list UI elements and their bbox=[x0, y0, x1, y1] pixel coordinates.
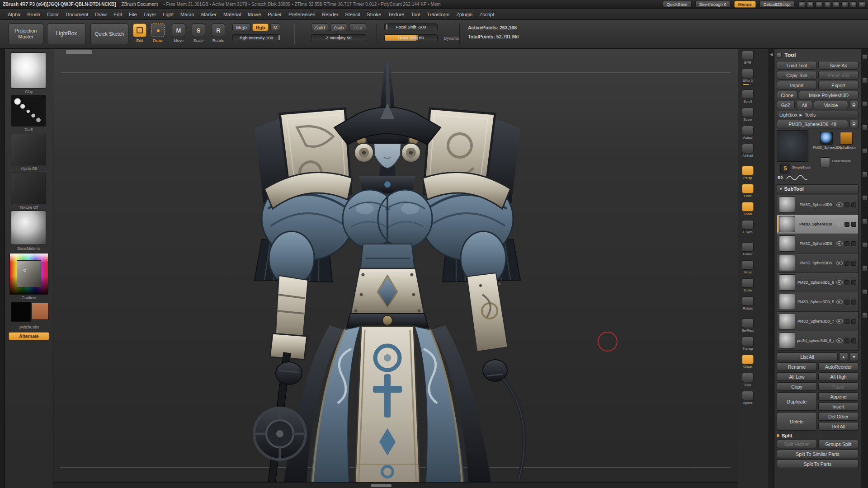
insert-button[interactable]: Insert bbox=[818, 402, 859, 411]
menu-item-draw[interactable]: Draw bbox=[92, 11, 110, 18]
menu-item-zplugin[interactable]: Zplugin bbox=[453, 11, 476, 18]
zsub-button[interactable]: Zsub bbox=[330, 23, 347, 31]
rename-icon[interactable] bbox=[851, 338, 856, 343]
doc-icon[interactable] bbox=[824, 1, 831, 7]
load-tool-button[interactable]: Load Tool bbox=[777, 61, 817, 70]
shelf-item-scroll[interactable]: Scroll bbox=[740, 89, 756, 103]
draw-size-slider[interactable]: Draw Size 89 bbox=[384, 34, 438, 41]
polypaint-icon[interactable] bbox=[844, 202, 849, 207]
tray-palette-icon[interactable] bbox=[862, 313, 868, 318]
polypaint-icon[interactable] bbox=[844, 338, 849, 343]
rename-icon[interactable] bbox=[851, 261, 856, 266]
all-high-button[interactable]: All High bbox=[818, 372, 859, 381]
rename-icon[interactable] bbox=[851, 202, 856, 207]
secondary-color-swatch[interactable] bbox=[32, 303, 49, 320]
spix-slider[interactable] bbox=[742, 84, 753, 85]
shelf-item-floor[interactable]: Floor bbox=[740, 184, 756, 198]
left-tray-strip[interactable] bbox=[0, 49, 5, 488]
shelf-item-local[interactable]: Local bbox=[740, 202, 756, 216]
split-similar-parts-button[interactable]: Split To Similar Parts bbox=[777, 450, 859, 458]
shelf-item-selrect[interactable]: SelRect bbox=[740, 319, 756, 333]
menu-item-preferences[interactable]: Preferences bbox=[285, 11, 318, 18]
tool-palette-header[interactable]: Tool bbox=[777, 51, 859, 60]
rename-icon[interactable] bbox=[851, 222, 856, 227]
polypaint-icon[interactable] bbox=[844, 300, 849, 305]
scale-gizmo-button[interactable]: S bbox=[192, 23, 205, 37]
rename-icon[interactable] bbox=[851, 241, 856, 246]
menu-item-document[interactable]: Document bbox=[62, 11, 91, 18]
tray-palette-icon[interactable] bbox=[862, 172, 868, 177]
shelf-item-frame[interactable]: Frame bbox=[740, 242, 756, 256]
rgb-button[interactable]: Rgb bbox=[252, 23, 269, 31]
doc-icon[interactable] bbox=[807, 1, 814, 7]
subtool-row[interactable]: PM3D_Sphere3D5 bbox=[777, 253, 858, 273]
color-picker[interactable] bbox=[9, 253, 48, 295]
recent-tool-alphabrush[interactable] bbox=[840, 132, 853, 145]
doc-icon[interactable] bbox=[833, 1, 840, 7]
polypaint-icon[interactable] bbox=[844, 261, 849, 266]
split-to-parts-button[interactable]: Split To Parts bbox=[777, 460, 859, 468]
split-section-header[interactable]: Split bbox=[777, 433, 859, 438]
menu-item-picker[interactable]: Picker bbox=[264, 11, 285, 18]
doc-icon[interactable] bbox=[850, 1, 857, 7]
alternate-button[interactable]: Alternate bbox=[9, 332, 49, 340]
polypaint-icon[interactable] bbox=[844, 222, 849, 227]
menu-item-alpha[interactable]: Alpha bbox=[5, 11, 24, 18]
z-intensity-slider[interactable]: Z Intensity 50 bbox=[311, 34, 366, 41]
tray-palette-icon[interactable] bbox=[862, 78, 868, 83]
shelf-item-scale[interactable]: Scale bbox=[740, 278, 756, 292]
mrgb-button[interactable]: Mrgb bbox=[232, 23, 250, 31]
groups-split-button[interactable]: Groups Split bbox=[818, 440, 859, 448]
delete-button[interactable]: Delete bbox=[777, 412, 817, 431]
active-tool-thumbnail[interactable] bbox=[777, 130, 808, 162]
recent-tool-eraserbrush[interactable] bbox=[820, 157, 830, 167]
doc-icon[interactable] bbox=[859, 1, 865, 7]
zadd-button[interactable]: Zadd bbox=[311, 23, 328, 31]
menu-item-layer[interactable]: Layer bbox=[141, 11, 160, 18]
polypaint-icon[interactable] bbox=[844, 319, 849, 324]
tray-palette-icon[interactable] bbox=[862, 242, 868, 248]
import-button[interactable]: Import bbox=[777, 81, 817, 89]
subtool-row[interactable]: PM3D_Sphere3D0_5 bbox=[777, 292, 858, 312]
goz-visible-button[interactable]: Visible bbox=[814, 101, 848, 109]
visibility-eye-icon[interactable] bbox=[836, 300, 843, 304]
shelf-item-actual[interactable]: Actual bbox=[740, 126, 756, 140]
doc-icon[interactable] bbox=[816, 1, 822, 7]
menu-item-stroke[interactable]: Stroke bbox=[363, 11, 384, 18]
duplicate-button[interactable]: Duplicate bbox=[777, 392, 817, 411]
subtool-row[interactable]: PM3D_Sphere3D0_7 bbox=[777, 312, 858, 331]
focal-shift-slider[interactable]: Focal Shift -100 bbox=[384, 23, 438, 30]
menu-item-transform[interactable]: Transform bbox=[424, 11, 453, 18]
panel-divider[interactable]: ◀ bbox=[769, 49, 774, 488]
autoreorder-button[interactable]: AutoReorder bbox=[818, 362, 859, 371]
visibility-eye-icon[interactable] bbox=[836, 241, 843, 246]
subtool-section-header[interactable]: ▾ SubTool bbox=[777, 184, 859, 193]
visibility-eye-icon[interactable] bbox=[836, 202, 843, 207]
subtool-row-selected[interactable]: PM3D_Sphere3D8 bbox=[777, 215, 858, 234]
visibility-eye-icon[interactable] bbox=[836, 261, 843, 265]
main-color-swatch[interactable] bbox=[11, 302, 31, 322]
shelf-item-rotate[interactable]: Rotate bbox=[740, 296, 756, 310]
copy-tool-button[interactable]: Copy Tool bbox=[777, 71, 817, 80]
menu-item-macro[interactable]: Macro bbox=[177, 11, 198, 18]
canvas-horizontal-scrollbar[interactable] bbox=[53, 482, 738, 488]
split-hidden-button[interactable]: Split Hidden bbox=[777, 440, 817, 448]
palette-dock-icon[interactable] bbox=[777, 53, 782, 58]
m-button[interactable]: M bbox=[270, 23, 280, 31]
polypaint-icon[interactable] bbox=[844, 241, 849, 246]
current-tool-button[interactable]: PM3D_Sphere3D6. 48 bbox=[777, 120, 848, 128]
rename-icon[interactable] bbox=[851, 319, 856, 324]
all-low-button[interactable]: All Low bbox=[777, 372, 817, 381]
menu-item-zscript[interactable]: Zscript bbox=[476, 11, 497, 18]
lightbox-tools-button[interactable]: Lightbox ► Tools bbox=[777, 111, 859, 118]
visibility-eye-icon[interactable] bbox=[836, 222, 843, 226]
shelf-item-ghost[interactable]: Ghost bbox=[740, 355, 756, 369]
tray-palette-icon[interactable] bbox=[862, 195, 868, 201]
document-canvas[interactable] bbox=[53, 49, 738, 488]
current-texture-thumbnail[interactable] bbox=[11, 173, 46, 204]
menu-item-file[interactable]: File bbox=[126, 11, 140, 18]
lightbox-button[interactable]: LightBox bbox=[47, 23, 86, 44]
menu-item-stencil[interactable]: Stencil bbox=[342, 11, 363, 18]
subtool-row[interactable]: PM3D_Sphere3D9 bbox=[777, 195, 858, 215]
scrollbar-handle[interactable] bbox=[371, 484, 392, 487]
